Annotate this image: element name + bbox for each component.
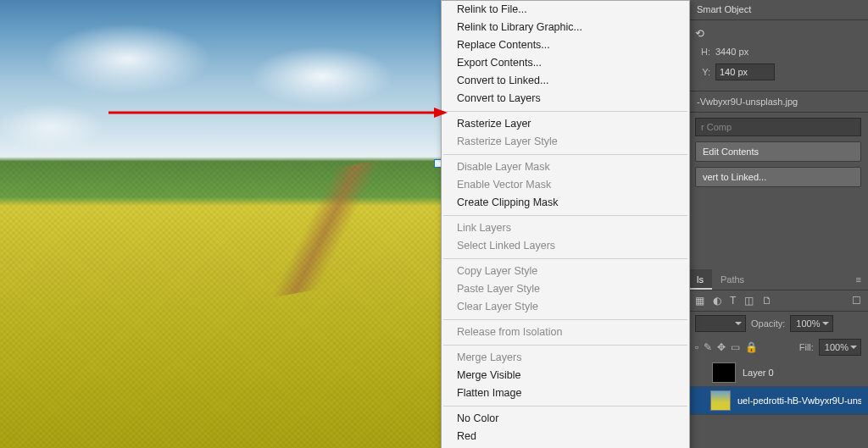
- menu-item[interactable]: Flatten Image: [442, 384, 689, 402]
- menu-item[interactable]: Convert to Linked...: [442, 72, 689, 90]
- fill-dropdown[interactable]: 100%: [819, 339, 861, 356]
- opacity-dropdown[interactable]: 100%: [790, 315, 832, 332]
- convert-to-linked-button[interactable]: vert to Linked...: [695, 167, 861, 187]
- menu-item: Clear Layer Style: [442, 298, 689, 316]
- menu-item[interactable]: Red: [442, 428, 689, 445]
- menu-item: Paste Layer Style: [442, 280, 689, 298]
- menu-item: Link Layers: [442, 219, 689, 237]
- menu-item[interactable]: Create Clipping Mask: [442, 194, 689, 212]
- lock-position-icon[interactable]: ✥: [717, 341, 726, 353]
- filter-smart-icon[interactable]: 🗋: [762, 295, 772, 307]
- layer-row[interactable]: Layer 0: [688, 359, 868, 387]
- menu-item[interactable]: Convert to Layers: [442, 90, 689, 108]
- lock-paint-icon[interactable]: ✎: [704, 341, 712, 353]
- layers-panel: ls Paths ≡ ▦ ◐ T ◫ 🗋 ☐ Opacity: 100% ▫: [688, 269, 868, 448]
- properties-panel-header: Smart Object: [688, 0, 868, 20]
- transform-handle[interactable]: [434, 159, 441, 168]
- layer-row[interactable]: uel-pedrotti-hB-Vwbyxr9U-unsplash: [688, 387, 868, 415]
- lock-artboard-icon[interactable]: ▭: [731, 341, 740, 353]
- layer-context-menu: Relink to File...Relink to Library Graph…: [441, 0, 690, 448]
- menu-separator: [443, 319, 687, 320]
- y-input[interactable]: [715, 64, 775, 80]
- blend-mode-dropdown[interactable]: [695, 315, 746, 332]
- reset-icon[interactable]: ⟲: [695, 27, 856, 40]
- menu-item: Enable Vector Mask: [442, 176, 689, 194]
- filter-type-icon[interactable]: T: [730, 295, 736, 307]
- menu-separator: [443, 154, 687, 155]
- menu-separator: [443, 345, 687, 346]
- menu-item: Merge Layers: [442, 349, 689, 367]
- right-panels: Smart Object ⟲ H: 3440 px Y: -Vwbyxr9U-u…: [688, 0, 868, 448]
- menu-item[interactable]: Merge Visible: [442, 367, 689, 384]
- layer-name: uel-pedrotti-hB-Vwbyxr9U-unsplash: [737, 395, 861, 406]
- fill-label: Fill:: [799, 342, 814, 352]
- edit-contents-button[interactable]: Edit Contents: [695, 141, 861, 162]
- layer-filter-bar: ▦ ◐ T ◫ 🗋 ☐: [688, 290, 868, 312]
- layer-name: Layer 0: [743, 368, 774, 378]
- filter-toggle-icon[interactable]: ☐: [852, 295, 861, 307]
- menu-item[interactable]: Relink to File...: [442, 1, 689, 19]
- panel-menu-icon[interactable]: ≡: [849, 269, 868, 290]
- menu-item[interactable]: Rasterize Layer: [442, 115, 689, 133]
- canvas-image[interactable]: [0, 0, 441, 448]
- layer-thumbnail[interactable]: [712, 362, 736, 383]
- properties-panel-body: ⟲ H: 3440 px Y:: [688, 20, 868, 91]
- menu-item[interactable]: Replace Contents...: [442, 36, 689, 54]
- menu-item: Copy Layer Style: [442, 263, 689, 280]
- properties-title: Smart Object: [697, 4, 751, 14]
- source-filename: -Vwbyxr9U-unsplash.jpg: [688, 91, 868, 113]
- menu-item[interactable]: Relink to Library Graphic...: [442, 19, 689, 36]
- tab-layers[interactable]: ls: [688, 269, 712, 290]
- menu-item: Select Linked Layers: [442, 237, 689, 255]
- height-label: H:: [695, 47, 710, 57]
- menu-item[interactable]: Export Contents...: [442, 54, 689, 72]
- height-value: 3440 px: [715, 47, 748, 57]
- filter-shape-icon[interactable]: ◫: [744, 295, 754, 307]
- filter-adjust-icon[interactable]: ◐: [713, 295, 721, 307]
- menu-separator: [443, 111, 687, 112]
- menu-separator: [443, 215, 687, 216]
- menu-item[interactable]: No Color: [442, 410, 689, 428]
- layer-thumbnail[interactable]: [710, 390, 731, 411]
- menu-separator: [443, 258, 687, 259]
- y-label: Y:: [695, 67, 710, 77]
- menu-separator: [443, 406, 687, 407]
- layer-comp-dropdown[interactable]: r Comp: [695, 118, 861, 136]
- lock-transparent-icon[interactable]: ▫: [695, 341, 698, 353]
- tab-paths[interactable]: Paths: [712, 269, 753, 290]
- menu-item: Release from Isolation: [442, 324, 689, 341]
- opacity-label: Opacity:: [751, 318, 785, 329]
- menu-item: Rasterize Layer Style: [442, 133, 689, 151]
- menu-item: Disable Layer Mask: [442, 158, 689, 176]
- filter-pixel-icon[interactable]: ▦: [695, 295, 704, 307]
- lock-all-icon[interactable]: 🔒: [745, 341, 758, 353]
